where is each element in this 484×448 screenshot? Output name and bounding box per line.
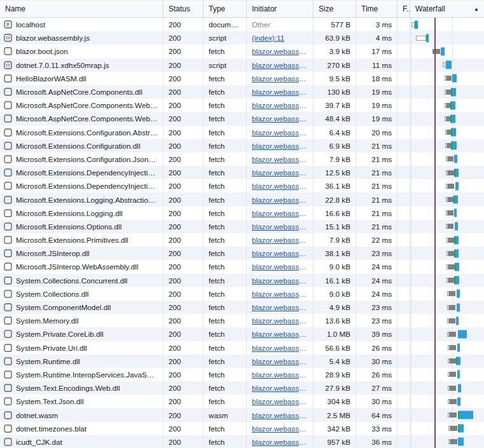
initiator-link[interactable]: blazor.webassem… — [252, 168, 308, 177]
name-cell[interactable]: HelloBlazorWASM.dll — [0, 72, 163, 85]
network-request-row[interactable]: blazor.webassembly.js 200 script (index)… — [0, 31, 484, 44]
initiator-link[interactable]: blazor.webassem… — [252, 316, 308, 325]
network-request-row[interactable]: Microsoft.Extensions.DependencyInjectio…… — [0, 179, 484, 193]
initiator-link[interactable]: blazor.webassem… — [252, 397, 308, 405]
network-request-row[interactable]: Microsoft.Extensions.Logging.dll 200 fet… — [0, 207, 484, 220]
initiator-link[interactable]: blazor.webassem… — [252, 424, 308, 433]
name-cell[interactable]: Microsoft.JSInterop.dll — [0, 247, 163, 260]
network-request-row[interactable]: Microsoft.Extensions.Configuration.Json.… — [0, 153, 484, 166]
network-request-row[interactable]: Microsoft.AspNetCore.Components.Web… 200… — [0, 112, 484, 125]
initiator-link[interactable]: blazor.webassem… — [252, 182, 308, 190]
name-cell[interactable]: dotnet.7.0.11.xdhx50mrap.js — [0, 58, 163, 72]
network-request-row[interactable]: dotnet.wasm 200 wasm blazor.webassem… 2.… — [0, 408, 484, 421]
initiator-link[interactable]: blazor.webassem… — [252, 142, 308, 150]
network-request-row[interactable]: Microsoft.Extensions.Logging.Abstraction… — [0, 193, 484, 206]
initiator-link[interactable]: blazor.webassem… — [252, 114, 308, 123]
column-header-fulfilled[interactable]: F.. — [398, 1, 410, 17]
network-request-row[interactable]: Microsoft.Extensions.Options.dll 200 fet… — [0, 220, 484, 233]
initiator-link[interactable]: blazor.webassem… — [252, 128, 308, 137]
network-request-row[interactable]: System.Runtime.dll 200 fetch blazor.weba… — [0, 355, 484, 368]
name-cell[interactable]: Microsoft.JSInterop.WebAssembly.dll — [0, 260, 163, 273]
name-cell[interactable]: Microsoft.AspNetCore.Components.Web… — [0, 112, 163, 125]
network-request-row[interactable]: System.Collections.Concurrent.dll 200 fe… — [0, 274, 484, 287]
network-request-row[interactable]: System.Private.Uri.dll 200 fetch blazor.… — [0, 341, 484, 355]
column-header-waterfall[interactable]: Waterfall ▲ — [410, 1, 484, 17]
name-cell[interactable]: Microsoft.Extensions.DependencyInjectio… — [0, 166, 163, 179]
initiator-link[interactable]: blazor.webassem… — [252, 47, 308, 55]
initiator-link[interactable]: blazor.webassem… — [252, 357, 308, 365]
name-cell[interactable]: Microsoft.Extensions.Configuration.Abstr… — [0, 126, 163, 139]
network-request-row[interactable]: Microsoft.Extensions.Primitives.dll 200 … — [0, 233, 484, 247]
initiator-link[interactable]: blazor.webassem… — [252, 303, 308, 311]
initiator-link[interactable]: blazor.webassem… — [252, 344, 308, 352]
name-cell[interactable]: Microsoft.Extensions.Logging.Abstraction… — [0, 193, 163, 206]
name-cell[interactable]: icudt_CJK.dat — [0, 435, 163, 448]
initiator-link[interactable]: blazor.webassem… — [252, 196, 308, 204]
column-header-initiator[interactable]: Initiator — [247, 1, 314, 17]
name-cell[interactable]: System.Private.Uri.dll — [0, 341, 163, 355]
column-header-time[interactable]: Time — [356, 1, 398, 17]
network-request-row[interactable]: Microsoft.JSInterop.WebAssembly.dll 200 … — [0, 260, 484, 273]
initiator-link[interactable]: (index):11 — [252, 34, 284, 42]
name-cell[interactable]: Microsoft.Extensions.DependencyInjectio… — [0, 179, 163, 193]
name-cell[interactable]: dotnet.timezones.blat — [0, 422, 163, 435]
initiator-link[interactable]: blazor.webassem… — [252, 155, 308, 163]
network-request-row[interactable]: System.Runtime.InteropServices.JavaScrip… — [0, 368, 484, 381]
initiator-link[interactable]: blazor.webassem… — [252, 384, 308, 392]
name-cell[interactable]: System.Memory.dll — [0, 314, 163, 327]
initiator-link[interactable]: blazor.webassem… — [252, 249, 308, 257]
network-request-row[interactable]: System.Collections.dll 200 fetch blazor.… — [0, 287, 484, 301]
name-cell[interactable]: Microsoft.Extensions.Configuration.Json.… — [0, 153, 163, 166]
name-cell[interactable]: System.Runtime.InteropServices.JavaScrip… — [0, 368, 163, 381]
network-request-row[interactable]: Microsoft.AspNetCore.Components.Web.dll … — [0, 98, 484, 112]
name-cell[interactable]: System.Private.CoreLib.dll — [0, 327, 163, 341]
column-header-size[interactable]: Size — [314, 1, 356, 17]
column-header-status[interactable]: Status — [163, 1, 204, 17]
initiator-link[interactable]: blazor.webassem… — [252, 262, 308, 271]
column-header-name[interactable]: Name — [0, 1, 163, 17]
initiator-link[interactable]: blazor.webassem… — [252, 276, 308, 285]
name-cell[interactable]: System.Text.Json.dll — [0, 395, 163, 408]
network-request-row[interactable]: System.Private.CoreLib.dll 200 fetch bla… — [0, 327, 484, 341]
network-request-row[interactable]: blazor.boot.json 200 fetch blazor.webass… — [0, 44, 484, 58]
name-cell[interactable]: blazor.webassembly.js — [0, 31, 163, 44]
initiator-link[interactable]: blazor.webassem… — [252, 101, 308, 109]
network-request-row[interactable]: System.Text.Encodings.Web.dll 200 fetch … — [0, 381, 484, 395]
network-request-row[interactable]: Microsoft.Extensions.Configuration.dll 2… — [0, 139, 484, 153]
network-request-row[interactable]: Microsoft.Extensions.DependencyInjectio…… — [0, 166, 484, 179]
network-request-row[interactable]: localhost 200 document Other 577 B 3 ms — [0, 18, 484, 31]
initiator-link[interactable]: blazor.webassem… — [252, 222, 308, 231]
network-request-row[interactable]: HelloBlazorWASM.dll 200 fetch blazor.web… — [0, 72, 484, 85]
network-request-row[interactable]: System.ComponentModel.dll 200 fetch blaz… — [0, 301, 484, 314]
name-cell[interactable]: Microsoft.Extensions.Configuration.dll — [0, 139, 163, 153]
network-request-row[interactable]: System.Text.Json.dll 200 fetch blazor.we… — [0, 395, 484, 408]
network-request-row[interactable]: dotnet.timezones.blat 200 fetch blazor.w… — [0, 422, 484, 435]
network-request-row[interactable]: System.Memory.dll 200 fetch blazor.webas… — [0, 314, 484, 327]
name-cell[interactable]: Microsoft.AspNetCore.Components.Web.dll — [0, 98, 163, 112]
name-cell[interactable]: Microsoft.Extensions.Options.dll — [0, 220, 163, 233]
initiator-link[interactable]: blazor.webassem… — [252, 438, 308, 446]
initiator-link[interactable]: blazor.webassem… — [252, 74, 308, 83]
network-request-row[interactable]: icudt_CJK.dat 200 fetch blazor.webassem…… — [0, 435, 484, 448]
initiator-link[interactable]: blazor.webassem… — [252, 290, 308, 298]
column-header-type[interactable]: Type — [204, 1, 247, 17]
network-request-row[interactable]: Microsoft.JSInterop.dll 200 fetch blazor… — [0, 247, 484, 260]
name-cell[interactable]: System.ComponentModel.dll — [0, 301, 163, 314]
name-cell[interactable]: localhost — [0, 18, 163, 31]
name-cell[interactable]: Microsoft.Extensions.Logging.dll — [0, 207, 163, 220]
name-cell[interactable]: System.Collections.Concurrent.dll — [0, 274, 163, 287]
name-cell[interactable]: Microsoft.Extensions.Primitives.dll — [0, 233, 163, 247]
initiator-link[interactable]: blazor.webassem… — [252, 88, 308, 96]
network-request-row[interactable]: Microsoft.AspNetCore.Components.dll 200 … — [0, 85, 484, 98]
initiator-link[interactable]: blazor.webassem… — [252, 236, 308, 244]
initiator-link[interactable]: blazor.webassem… — [252, 61, 308, 69]
initiator-link[interactable]: blazor.webassem… — [252, 330, 308, 338]
initiator-link[interactable]: blazor.webassem… — [252, 411, 308, 419]
name-cell[interactable]: System.Collections.dll — [0, 287, 163, 301]
initiator-link[interactable]: blazor.webassem… — [252, 370, 308, 379]
name-cell[interactable]: System.Runtime.dll — [0, 355, 163, 368]
name-cell[interactable]: Microsoft.AspNetCore.Components.dll — [0, 85, 163, 98]
name-cell[interactable]: System.Text.Encodings.Web.dll — [0, 381, 163, 395]
network-request-row[interactable]: dotnet.7.0.11.xdhx50mrap.js 200 script b… — [0, 58, 484, 72]
name-cell[interactable]: dotnet.wasm — [0, 408, 163, 421]
